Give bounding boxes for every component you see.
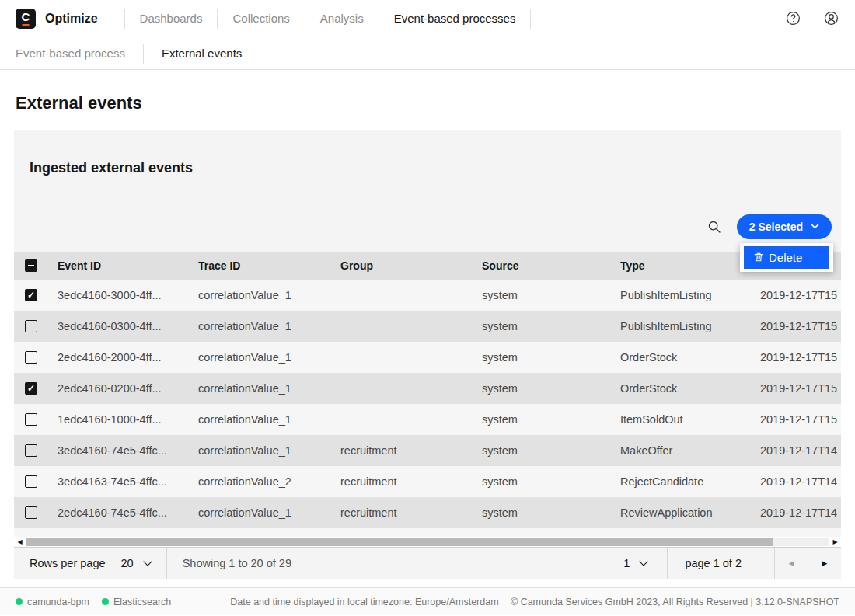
row-checkbox-cell: ✓ [14,289,58,301]
cell-trace-id: correlationValue_1 [198,506,340,519]
cell-type: RejectCandidate [620,475,760,488]
cell-trace-id: correlationValue_1 [198,444,340,457]
cell-timestamp: 2019-12-17T15 [760,413,841,426]
row-checkbox[interactable]: ✓ [25,289,37,301]
page-select-dropdown[interactable]: 1 [623,557,651,569]
selected-count-label: 2 Selected [749,221,803,233]
cell-source: system [482,320,620,332]
cell-source: system [482,289,620,301]
cell-timestamp: 2019-12-17T15 [760,382,841,395]
logo-letter: C [22,11,30,23]
chevron-down-icon [811,224,819,229]
cell-source: system [482,506,620,519]
footer-right: 1 page 1 of 2 ◀ ▶ [623,548,841,579]
top-navbar: C Optimize DashboardsCollectionsAnalysis… [0,0,855,37]
row-checkbox[interactable] [25,320,37,332]
page-select-chevron-down-icon [640,557,648,566]
select-all-checkbox[interactable] [25,259,37,272]
cell-timestamp: 2019-12-17T14 [760,444,841,457]
cell-type: PublishItemListing [620,320,760,332]
indeterminate-mark [28,265,34,266]
trash-icon [753,252,764,263]
status-dot-icon [16,598,23,605]
cell-source: system [482,444,620,457]
tab-external-events[interactable]: External events [144,47,260,60]
row-checkbox[interactable] [25,351,37,364]
delete-menu-label: Delete [769,251,802,264]
cell-event-id: 3edc4160-3000-4ff... [58,289,198,301]
cell-trace-id: correlationValue_1 [198,413,340,426]
table-row: ✓2edc4160-0200-4ff...correlationValue_1s… [14,373,841,404]
cell-group: recruitment [340,444,482,457]
cell-trace-id: correlationValue_1 [198,382,340,395]
row-checkbox-cell [14,475,58,488]
scroll-right-icon[interactable]: ▶ [832,539,839,545]
help-icon [785,10,801,26]
caret-right-icon: ▶ [822,559,828,567]
row-checkbox[interactable]: ✓ [25,382,37,395]
cell-trace-id: correlationValue_1 [198,289,340,301]
scrollbar-thumb[interactable] [26,538,773,546]
cell-type: ItemSoldOut [620,413,760,426]
ingested-events-card: Ingested external events 2 Selected [14,130,841,579]
nav-divider [530,9,531,29]
page-title: External events [16,93,855,113]
help-button[interactable] [785,10,801,26]
column-header-source: Source [482,259,620,272]
row-checkbox-cell [14,444,58,457]
connection-label: camunda-bpm [27,597,89,607]
main-nav: DashboardsCollectionsAnalysisEvent-based… [124,0,532,37]
header-checkbox-cell [14,259,58,272]
subnav-tabs: Event-based processExternal events [0,37,855,70]
table-toolbar: 2 Selected Delete [14,214,832,239]
status-dot-icon [102,598,109,605]
table-row: 2edc4160-74e5-4ffc...correlationValue_1r… [14,497,841,528]
table-row: 3edc4160-74e5-4ffc...correlationValue_1r… [14,435,841,466]
table-footer: Rows per page 20 Showing 1 to 20 of 29 1… [14,547,841,579]
table-row: 2edc4162-74e5-4ffc...correlationValue_2r… [14,528,841,537]
table-row: 1edc4160-1000-4ff...correlationValue_1sy… [14,404,841,435]
row-checkbox-cell: ✓ [14,382,58,395]
cell-timestamp: 2019-12-17T15 [760,320,841,332]
timezone-text: Date and time displayed in local timezon… [230,597,498,607]
search-button[interactable] [707,220,721,234]
cell-event-id: 2edc4160-2000-4ff... [58,351,198,364]
delete-menu-item[interactable]: Delete [744,246,829,269]
footer-divider [166,548,167,579]
row-checkbox[interactable] [25,413,37,426]
previous-page-button[interactable]: ◀ [775,548,808,579]
connection-label: Elasticsearch [113,597,171,607]
search-icon [707,220,721,234]
nav-item-collections[interactable]: Collections [218,12,304,25]
cell-type: ReviewApplication [620,506,760,519]
user-button[interactable] [823,10,839,26]
tab-divider [260,44,260,64]
nav-item-dashboards[interactable]: Dashboards [125,12,218,25]
cell-type: MakeOffer [620,444,760,457]
row-checkbox[interactable] [25,475,37,488]
cell-timestamp: 2019-12-17T14 [760,475,841,488]
column-header-trace-id: Trace ID [198,259,340,272]
showing-range-text: Showing 1 to 20 of 29 [183,557,291,569]
connection-status: camunda-bpm [16,597,89,607]
status-bar: camunda-bpmElasticsearch Date and time d… [0,587,855,615]
tab-event-based-process[interactable]: Event-based process [16,47,143,60]
footer-left: Rows per page 20 Showing 1 to 20 of 29 [14,548,291,579]
scrollbar-track[interactable] [26,538,829,546]
nav-item-analysis[interactable]: Analysis [305,12,379,25]
rows-per-page-chevron-down-icon[interactable] [143,557,152,566]
column-header-group: Group [340,259,482,272]
nav-item-event-based-processes[interactable]: Event-based processes [379,12,531,25]
selected-count-button[interactable]: 2 Selected [737,214,832,239]
row-checkbox[interactable] [25,506,37,519]
cell-timestamp: 2019-12-17T15 [760,351,841,364]
camunda-logo-icon[interactable]: C [16,9,36,29]
row-checkbox[interactable] [25,444,37,457]
connection-status-list: camunda-bpmElasticsearch [16,597,183,607]
caret-left-icon: ◀ [789,559,794,567]
next-page-button[interactable]: ▶ [808,548,841,579]
scroll-left-icon[interactable]: ◀ [16,539,23,545]
cell-source: system [482,475,620,488]
rows-per-page-value[interactable]: 20 [121,557,134,569]
cell-trace-id: correlationValue_1 [198,320,340,332]
